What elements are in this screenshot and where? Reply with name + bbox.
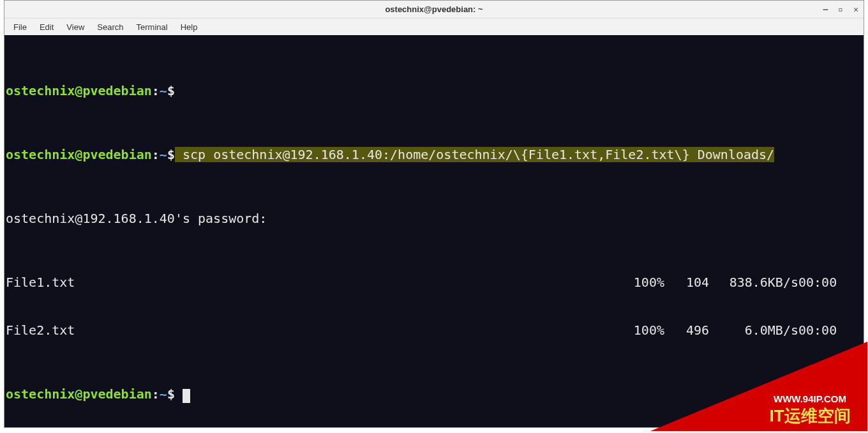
prompt-path: ~ xyxy=(160,83,167,98)
transfer-row: File1.txt 100% 104 838.6KB/s 00:00 xyxy=(6,275,862,291)
terminal-area[interactable]: ostechnix@pvedebian:~$ ostechnix@pvedebi… xyxy=(4,35,864,427)
transfer-speed: 838.6KB/s xyxy=(709,275,798,291)
prompt-userhost: ostechnix@pvedebian xyxy=(6,386,152,402)
transfer-speed: 6.0MB/s xyxy=(709,323,798,338)
transfer-filename: File1.txt xyxy=(6,275,75,291)
menu-view[interactable]: View xyxy=(66,22,84,32)
terminal-line: ostechnix@pvedebian:~$ xyxy=(6,386,862,402)
prompt-path: ~ xyxy=(160,386,167,402)
transfer-size: 104 xyxy=(664,275,709,291)
close-button[interactable]: ✕ xyxy=(853,4,858,14)
menu-edit[interactable]: Edit xyxy=(40,22,54,32)
prompt-colon: : xyxy=(152,147,160,162)
titlebar[interactable]: ostechnix@pvedebian: ~ – ▫ ✕ xyxy=(4,1,864,19)
prompt-path: ~ xyxy=(160,147,167,162)
highlighted-command: scp ostechnix@192.168.1.40:/home/ostechn… xyxy=(175,147,774,162)
transfer-percent: 100% xyxy=(620,275,664,291)
prompt-userhost: ostechnix@pvedebian xyxy=(6,83,152,98)
transfer-size: 496 xyxy=(664,323,709,338)
prompt-dollar: $ xyxy=(167,83,175,98)
transfer-eta: 00:00 xyxy=(798,275,862,291)
terminal-window: ostechnix@pvedebian: ~ – ▫ ✕ File Edit V… xyxy=(4,0,864,428)
menu-search[interactable]: Search xyxy=(97,22,123,32)
cursor xyxy=(183,389,190,403)
window-controls: – ▫ ✕ xyxy=(823,1,858,18)
password-prompt: ostechnix@192.168.1.40's password: xyxy=(6,211,267,226)
transfer-eta: 00:00 xyxy=(798,323,862,338)
terminal-line: ostechnix@pvedebian:~$ xyxy=(6,83,862,99)
prompt-dollar: $ xyxy=(167,147,175,162)
menu-file[interactable]: File xyxy=(13,22,27,32)
prompt-colon: : xyxy=(152,386,160,402)
prompt-colon: : xyxy=(152,83,160,98)
minimize-button[interactable]: – xyxy=(823,4,828,14)
terminal-line: ostechnix@pvedebian:~$ scp ostechnix@192… xyxy=(6,147,862,163)
transfer-percent: 100% xyxy=(620,323,664,338)
menu-help[interactable]: Help xyxy=(181,22,198,32)
transfer-row: File2.txt 100% 496 6.0MB/s 00:00 xyxy=(6,323,862,338)
terminal-line: ostechnix@192.168.1.40's password: xyxy=(6,211,862,227)
transfer-filename: File2.txt xyxy=(6,323,75,338)
window-title: ostechnix@pvedebian: ~ xyxy=(385,4,483,14)
prompt-userhost: ostechnix@pvedebian xyxy=(6,147,152,162)
menu-terminal[interactable]: Terminal xyxy=(137,22,168,32)
maximize-button[interactable]: ▫ xyxy=(838,4,843,14)
menubar: File Edit View Search Terminal Help xyxy=(4,19,864,35)
prompt-dollar: $ xyxy=(167,386,175,402)
